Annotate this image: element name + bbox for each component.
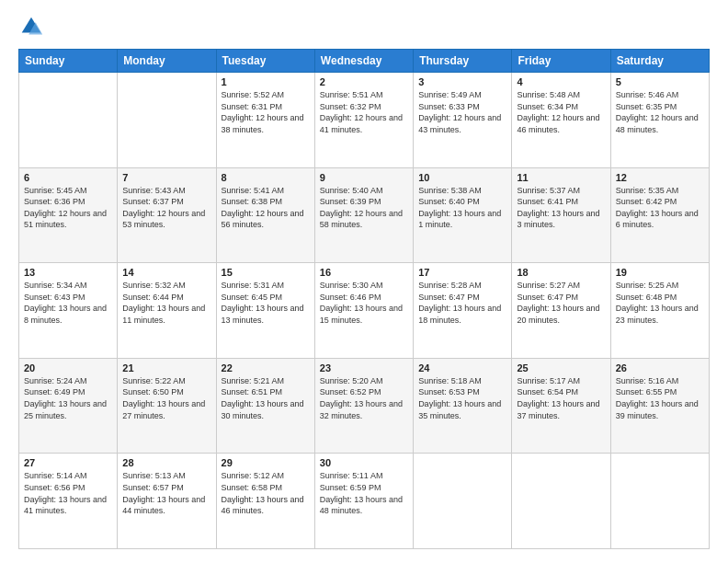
calendar-cell: 3Sunrise: 5:49 AM Sunset: 6:33 PM Daylig… <box>414 73 512 168</box>
day-info: Sunrise: 5:13 AM Sunset: 6:57 PM Dayligh… <box>122 470 210 516</box>
calendar-cell <box>512 454 610 549</box>
calendar-cell: 15Sunrise: 5:31 AM Sunset: 6:45 PM Dayli… <box>216 263 314 359</box>
day-number: 3 <box>418 76 506 87</box>
day-number: 8 <box>222 172 310 183</box>
day-info: Sunrise: 5:41 AM Sunset: 6:38 PM Dayligh… <box>222 185 310 231</box>
calendar-header-saturday: Saturday <box>610 50 709 73</box>
day-info: Sunrise: 5:28 AM Sunset: 6:47 PM Dayligh… <box>418 280 506 326</box>
calendar-cell: 14Sunrise: 5:32 AM Sunset: 6:44 PM Dayli… <box>118 263 216 359</box>
calendar-cell <box>414 454 512 549</box>
calendar-cell: 28Sunrise: 5:13 AM Sunset: 6:57 PM Dayli… <box>118 454 216 549</box>
day-number: 17 <box>418 267 506 278</box>
calendar-cell: 6Sunrise: 5:45 AM Sunset: 6:36 PM Daylig… <box>19 167 118 263</box>
day-number: 4 <box>517 76 605 87</box>
calendar-cell: 20Sunrise: 5:24 AM Sunset: 6:49 PM Dayli… <box>19 358 118 454</box>
calendar-cell <box>610 454 709 549</box>
calendar-cell: 12Sunrise: 5:35 AM Sunset: 6:42 PM Dayli… <box>610 167 709 263</box>
day-number: 29 <box>222 457 310 468</box>
calendar-week-row: 1Sunrise: 5:52 AM Sunset: 6:31 PM Daylig… <box>19 73 710 168</box>
day-number: 13 <box>24 267 112 278</box>
day-info: Sunrise: 5:40 AM Sunset: 6:39 PM Dayligh… <box>320 185 408 231</box>
calendar-cell: 17Sunrise: 5:28 AM Sunset: 6:47 PM Dayli… <box>414 263 512 359</box>
day-number: 24 <box>418 362 506 373</box>
day-number: 21 <box>122 362 210 373</box>
calendar-header-friday: Friday <box>512 50 610 73</box>
day-number: 22 <box>222 362 310 373</box>
day-number: 25 <box>517 362 605 373</box>
calendar-cell: 26Sunrise: 5:16 AM Sunset: 6:55 PM Dayli… <box>610 358 709 454</box>
calendar-week-row: 6Sunrise: 5:45 AM Sunset: 6:36 PM Daylig… <box>19 167 710 263</box>
calendar-cell: 8Sunrise: 5:41 AM Sunset: 6:38 PM Daylig… <box>216 167 314 263</box>
day-number: 28 <box>122 457 210 468</box>
day-number: 6 <box>24 172 112 183</box>
calendar-cell: 23Sunrise: 5:20 AM Sunset: 6:52 PM Dayli… <box>314 358 413 454</box>
day-number: 16 <box>320 267 408 278</box>
day-number: 5 <box>616 76 704 87</box>
calendar-cell: 4Sunrise: 5:48 AM Sunset: 6:34 PM Daylig… <box>512 73 610 168</box>
day-number: 2 <box>320 76 408 87</box>
calendar-cell <box>118 73 216 168</box>
day-info: Sunrise: 5:11 AM Sunset: 6:59 PM Dayligh… <box>320 470 408 516</box>
day-info: Sunrise: 5:16 AM Sunset: 6:55 PM Dayligh… <box>616 375 704 421</box>
day-number: 9 <box>320 172 408 183</box>
calendar-header-tuesday: Tuesday <box>216 50 314 73</box>
calendar-cell: 29Sunrise: 5:12 AM Sunset: 6:58 PM Dayli… <box>216 454 314 549</box>
day-info: Sunrise: 5:32 AM Sunset: 6:44 PM Dayligh… <box>122 280 210 326</box>
day-number: 10 <box>418 172 506 183</box>
day-info: Sunrise: 5:17 AM Sunset: 6:54 PM Dayligh… <box>517 375 605 421</box>
calendar-cell: 11Sunrise: 5:37 AM Sunset: 6:41 PM Dayli… <box>512 167 610 263</box>
logo <box>18 14 48 40</box>
calendar-cell: 16Sunrise: 5:30 AM Sunset: 6:46 PM Dayli… <box>314 263 413 359</box>
day-info: Sunrise: 5:45 AM Sunset: 6:36 PM Dayligh… <box>24 185 112 231</box>
calendar-header-thursday: Thursday <box>414 50 512 73</box>
calendar-cell: 19Sunrise: 5:25 AM Sunset: 6:48 PM Dayli… <box>610 263 709 359</box>
calendar-header-monday: Monday <box>118 50 216 73</box>
calendar-header-wednesday: Wednesday <box>314 50 413 73</box>
day-info: Sunrise: 5:18 AM Sunset: 6:53 PM Dayligh… <box>418 375 506 421</box>
calendar-cell: 22Sunrise: 5:21 AM Sunset: 6:51 PM Dayli… <box>216 358 314 454</box>
day-number: 14 <box>122 267 210 278</box>
day-number: 12 <box>616 172 704 183</box>
calendar-cell: 5Sunrise: 5:46 AM Sunset: 6:35 PM Daylig… <box>610 73 709 168</box>
calendar-cell: 13Sunrise: 5:34 AM Sunset: 6:43 PM Dayli… <box>19 263 118 359</box>
day-info: Sunrise: 5:12 AM Sunset: 6:58 PM Dayligh… <box>222 470 310 516</box>
day-info: Sunrise: 5:31 AM Sunset: 6:45 PM Dayligh… <box>222 280 310 326</box>
day-info: Sunrise: 5:48 AM Sunset: 6:34 PM Dayligh… <box>517 89 605 135</box>
day-info: Sunrise: 5:46 AM Sunset: 6:35 PM Dayligh… <box>616 89 704 135</box>
calendar-cell: 2Sunrise: 5:51 AM Sunset: 6:32 PM Daylig… <box>314 73 413 168</box>
day-number: 30 <box>320 457 408 468</box>
calendar-cell: 21Sunrise: 5:22 AM Sunset: 6:50 PM Dayli… <box>118 358 216 454</box>
day-info: Sunrise: 5:35 AM Sunset: 6:42 PM Dayligh… <box>616 185 704 231</box>
day-info: Sunrise: 5:34 AM Sunset: 6:43 PM Dayligh… <box>24 280 112 326</box>
calendar-cell: 10Sunrise: 5:38 AM Sunset: 6:40 PM Dayli… <box>414 167 512 263</box>
calendar: SundayMondayTuesdayWednesdayThursdayFrid… <box>18 49 710 549</box>
day-info: Sunrise: 5:20 AM Sunset: 6:52 PM Dayligh… <box>320 375 408 421</box>
day-info: Sunrise: 5:14 AM Sunset: 6:56 PM Dayligh… <box>24 470 112 516</box>
calendar-cell: 24Sunrise: 5:18 AM Sunset: 6:53 PM Dayli… <box>414 358 512 454</box>
day-info: Sunrise: 5:52 AM Sunset: 6:31 PM Dayligh… <box>222 89 310 135</box>
day-number: 7 <box>122 172 210 183</box>
calendar-header-sunday: Sunday <box>19 50 118 73</box>
day-number: 19 <box>616 267 704 278</box>
calendar-cell: 25Sunrise: 5:17 AM Sunset: 6:54 PM Dayli… <box>512 358 610 454</box>
day-info: Sunrise: 5:30 AM Sunset: 6:46 PM Dayligh… <box>320 280 408 326</box>
day-number: 15 <box>222 267 310 278</box>
day-number: 20 <box>24 362 112 373</box>
day-info: Sunrise: 5:22 AM Sunset: 6:50 PM Dayligh… <box>122 375 210 421</box>
calendar-week-row: 27Sunrise: 5:14 AM Sunset: 6:56 PM Dayli… <box>19 454 710 549</box>
day-number: 18 <box>517 267 605 278</box>
calendar-cell: 27Sunrise: 5:14 AM Sunset: 6:56 PM Dayli… <box>19 454 118 549</box>
calendar-cell: 18Sunrise: 5:27 AM Sunset: 6:47 PM Dayli… <box>512 263 610 359</box>
day-info: Sunrise: 5:21 AM Sunset: 6:51 PM Dayligh… <box>222 375 310 421</box>
calendar-cell: 9Sunrise: 5:40 AM Sunset: 6:39 PM Daylig… <box>314 167 413 263</box>
day-info: Sunrise: 5:24 AM Sunset: 6:49 PM Dayligh… <box>24 375 112 421</box>
day-info: Sunrise: 5:49 AM Sunset: 6:33 PM Dayligh… <box>418 89 506 135</box>
day-number: 27 <box>24 457 112 468</box>
day-number: 26 <box>616 362 704 373</box>
logo-icon <box>18 14 44 40</box>
calendar-week-row: 20Sunrise: 5:24 AM Sunset: 6:49 PM Dayli… <box>19 358 710 454</box>
day-info: Sunrise: 5:43 AM Sunset: 6:37 PM Dayligh… <box>122 185 210 231</box>
day-number: 23 <box>320 362 408 373</box>
day-info: Sunrise: 5:25 AM Sunset: 6:48 PM Dayligh… <box>616 280 704 326</box>
calendar-header-row: SundayMondayTuesdayWednesdayThursdayFrid… <box>19 50 710 73</box>
